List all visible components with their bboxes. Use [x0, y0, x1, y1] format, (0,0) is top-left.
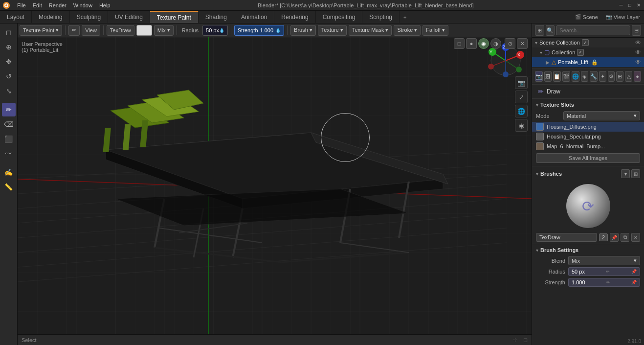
brush-pin-btn[interactable]: 📌	[610, 233, 619, 242]
smear-tool-icon[interactable]: 〰	[2, 147, 16, 161]
zoom-fit-icon[interactable]: ⤢	[515, 91, 528, 103]
tab-texture-paint[interactable]: Texture Paint	[150, 11, 199, 23]
tab-rendering[interactable]: Rendering	[274, 11, 315, 23]
texture-item-0[interactable]: Housing_Diffuse.png	[532, 122, 644, 132]
brushes-section-header[interactable]: ▾ Brushes ▾ ⊞	[532, 167, 644, 180]
viewport-canvas[interactable]: User Perspective (1) Portable_Lit	[18, 37, 532, 334]
constraint-props-btn[interactable]: ⊞	[616, 71, 623, 82]
radius-pin-icon[interactable]: 📌	[631, 269, 637, 274]
particle-props-btn[interactable]: ✦	[599, 71, 606, 82]
panel-icon-search[interactable]: 🔍	[546, 25, 555, 36]
maximize-button[interactable]: □	[626, 2, 633, 9]
brush-name-field[interactable]: TexDraw	[536, 233, 597, 242]
radius-setting-field[interactable]: 50 px ✏ 📌	[568, 267, 640, 276]
scene-props-btn[interactable]: 🎬	[562, 71, 570, 82]
portable-lift-eye-icon[interactable]: 👁	[635, 59, 641, 66]
tab-shading[interactable]: Shading	[199, 11, 234, 23]
radius-eyedrop-icon[interactable]: 💧	[219, 28, 224, 33]
minimize-button[interactable]: ─	[618, 2, 624, 9]
collection-check[interactable]: ✓	[577, 49, 584, 56]
strength-edit-icon[interactable]: ✏	[606, 280, 610, 285]
output-props-btn[interactable]: 🖼	[544, 71, 552, 82]
strength-setting-field[interactable]: 1.000 ✏ 📌	[568, 278, 640, 287]
texture-mask-button[interactable]: Texture Mask ▾	[349, 25, 392, 36]
solid-shading-btn[interactable]: ●	[466, 38, 477, 49]
blend-mode-selector[interactable]: Mix ▾	[154, 25, 174, 36]
panel-search-input[interactable]	[556, 25, 630, 35]
rotate-tool-icon[interactable]: ↺	[2, 69, 16, 83]
texture-item-2[interactable]: Map_6_Normal_Bump...	[532, 141, 644, 151]
scene-coll-eye-icon[interactable]: 👁	[635, 39, 641, 46]
annotate-tool-icon[interactable]: ✍	[2, 165, 16, 179]
scene-selector[interactable]: 🎬 Scene	[571, 14, 602, 20]
menu-file[interactable]: File	[14, 1, 29, 9]
brush-copy-btn[interactable]: ⧉	[621, 233, 629, 242]
menu-help[interactable]: Help	[96, 1, 114, 9]
falloff-button[interactable]: Falloff ▾	[422, 25, 448, 36]
material-shading-btn[interactable]: ◉	[478, 38, 489, 49]
viewport-mode-selector[interactable]: Texture Paint ▾	[20, 25, 62, 36]
brush-settings-header[interactable]: ▾ Brush Settings	[532, 245, 644, 255]
brushes-expand-btn[interactable]: ▾	[621, 169, 630, 178]
radius-value[interactable]: 50 px 💧	[202, 25, 228, 36]
tab-scripting[interactable]: Scripting	[362, 11, 400, 23]
strength-value-field[interactable]: Strength 1.000 💧	[234, 25, 284, 36]
texture-item-1[interactable]: Housing_Specular.png	[532, 132, 644, 141]
paint-tool-selector[interactable]: TexDraw	[107, 25, 134, 36]
tab-compositing[interactable]: Compositing	[316, 11, 363, 23]
scene-coll-check[interactable]: ✓	[582, 39, 589, 46]
erase-tool-icon[interactable]: ⌫	[2, 117, 16, 131]
scale-tool-icon[interactable]: ⤡	[2, 84, 16, 98]
view-layer-selector[interactable]: 📷 View Layer	[602, 14, 644, 20]
blend-mode-field[interactable]: Mix ▾	[568, 256, 640, 265]
panel-icon-grid[interactable]: ⊞	[535, 25, 544, 36]
cursor-tool-icon[interactable]: ⊕	[2, 40, 16, 54]
menu-render[interactable]: Render	[45, 1, 70, 9]
world-props-btn[interactable]: 🌐	[572, 71, 579, 82]
mode-value-selector[interactable]: Material ▾	[563, 111, 640, 120]
close-button[interactable]: ✕	[635, 2, 642, 9]
select-tool-icon[interactable]: ◻	[2, 25, 16, 39]
data-props-btn[interactable]: △	[625, 71, 632, 82]
portable-lift-row[interactable]: ▶ △ Portable_Lift 🔒 👁	[532, 57, 644, 67]
wireframe-toggle[interactable]: □	[454, 38, 465, 49]
stroke-button[interactable]: Stroke ▾	[394, 25, 421, 36]
menu-edit[interactable]: Edit	[29, 1, 45, 9]
panel-filter-btn[interactable]: ⊟	[632, 25, 641, 36]
material-props-btn[interactable]: ●	[634, 71, 641, 82]
brush-type-selector[interactable]: ✏	[68, 25, 80, 36]
color-swatch[interactable]	[136, 25, 152, 36]
collection-row[interactable]: ▾ ▢ Collection ✓ 👁	[532, 47, 644, 57]
tab-animation[interactable]: Animation	[234, 11, 274, 23]
view-menu-button[interactable]: View	[82, 25, 100, 36]
modifier-props-btn[interactable]: 🔧	[590, 71, 598, 82]
measure-tool-icon[interactable]: 📏	[2, 180, 16, 194]
add-workspace-button[interactable]: +	[400, 11, 410, 23]
brushes-grid-btn[interactable]: ⊞	[631, 169, 640, 178]
object-props-btn[interactable]: ◈	[581, 71, 588, 82]
radius-edit-icon[interactable]: ✏	[606, 269, 610, 274]
draw-tool-icon[interactable]: ✏	[2, 103, 16, 116]
physics-props-btn[interactable]: ⚙	[608, 71, 615, 82]
menu-window[interactable]: Window	[70, 1, 96, 9]
tab-modeling[interactable]: Modeling	[32, 11, 70, 23]
fill-tool-icon[interactable]: ⬛	[2, 132, 16, 146]
brush-delete-btn[interactable]: ✕	[631, 233, 640, 242]
tab-layout[interactable]: Layout	[0, 11, 32, 23]
strength-pin-icon[interactable]: 📌	[631, 280, 637, 285]
save-all-images-button[interactable]: Save All Images	[536, 153, 640, 163]
view-layer-props-btn[interactable]: 📋	[553, 71, 561, 82]
rendered-shading-btn[interactable]: ◑	[490, 38, 501, 49]
zoom-camera-icon[interactable]: 📷	[515, 76, 528, 89]
move-tool-icon[interactable]: ✥	[2, 55, 16, 69]
brush-button[interactable]: Brush ▾	[290, 25, 316, 36]
render-props-btn[interactable]: 📷	[535, 71, 543, 82]
world-icon[interactable]: 🌐	[515, 105, 528, 117]
collection-eye-icon[interactable]: 👁	[635, 49, 641, 56]
tab-uv-editing[interactable]: UV Editing	[108, 11, 150, 23]
texture-slots-header[interactable]: ▾ Texture Slots	[532, 100, 644, 110]
texture-button[interactable]: Texture ▾	[318, 25, 347, 36]
render-icon[interactable]: ◉	[515, 119, 528, 132]
xray-toggle[interactable]: ✕	[517, 38, 528, 49]
tab-sculpting[interactable]: Sculpting	[70, 11, 108, 23]
